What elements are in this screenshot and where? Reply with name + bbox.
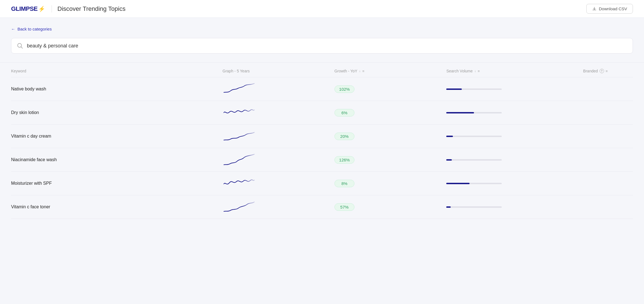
table-row: Native body wash 102% <box>11 77 633 101</box>
table-row: Vitamin c day cream 20% <box>11 125 633 148</box>
growth-badge: 57% <box>334 203 354 211</box>
table-row: Vitamin c face toner 57% <box>11 195 633 219</box>
cell-volume <box>446 77 583 101</box>
cell-growth: 57% <box>334 195 447 219</box>
back-label: Back to categories <box>17 27 52 31</box>
cell-branded <box>583 125 633 148</box>
cell-volume <box>446 172 583 195</box>
volume-bar-fill <box>446 159 452 161</box>
cell-graph <box>222 125 334 148</box>
volume-filter-icon[interactable]: ≡ <box>478 69 480 73</box>
download-csv-button[interactable]: Download CSV <box>586 4 633 14</box>
growth-filter-icon[interactable]: ≡ <box>362 69 364 73</box>
table-body: Native body wash 102% Dry skin lotion <box>11 77 633 219</box>
download-icon <box>592 7 597 11</box>
back-arrow-icon: ← <box>11 27 15 31</box>
growth-badge: 102% <box>334 85 354 93</box>
cell-branded <box>583 172 633 195</box>
search-input[interactable] <box>27 43 627 49</box>
branded-filter-icon[interactable]: ≡ <box>606 69 608 73</box>
logo: GLIMPSE⚡ <box>11 5 45 12</box>
col-branded-label: Branded <box>583 69 598 73</box>
volume-bar-fill <box>446 112 474 113</box>
col-header-graph: Graph - 5 Years <box>222 65 334 77</box>
col-volume-label: Search Volume <box>446 69 473 73</box>
cell-keyword: Vitamin c day cream <box>11 125 222 148</box>
volume-sort-icon[interactable]: ↓ <box>474 69 476 73</box>
cell-branded <box>583 195 633 219</box>
cell-graph <box>222 172 334 195</box>
growth-badge: 8% <box>334 180 354 187</box>
search-bar <box>11 38 633 54</box>
cell-volume <box>446 125 583 148</box>
cell-keyword: Vitamin c face toner <box>11 195 222 219</box>
col-graph-label: Graph - 5 Years <box>222 69 250 73</box>
logo-icon: ⚡ <box>38 6 45 12</box>
volume-bar-background <box>446 183 502 184</box>
back-to-categories-link[interactable]: ← Back to categories <box>11 27 52 31</box>
volume-bar <box>446 88 502 90</box>
growth-badge: 126% <box>334 156 354 164</box>
volume-bar-fill <box>446 183 470 184</box>
cell-volume <box>446 148 583 172</box>
logo-text: GLIMPSE <box>11 5 38 12</box>
col-header-keyword: Keyword <box>11 65 222 77</box>
cell-graph <box>222 195 334 219</box>
cell-growth: 126% <box>334 148 447 172</box>
cell-growth: 20% <box>334 125 447 148</box>
growth-badge: 20% <box>334 133 354 140</box>
cell-keyword: Moisturizer with SPF <box>11 172 222 195</box>
col-header-volume: Search Volume ↓ ≡ <box>446 65 583 77</box>
download-label: Download CSV <box>599 6 627 11</box>
volume-bar-background <box>446 88 502 90</box>
volume-bar <box>446 136 502 137</box>
col-header-growth: Growth - YoY ↓ ≡ <box>334 65 447 77</box>
volume-bar <box>446 206 502 208</box>
volume-bar-fill <box>446 206 451 208</box>
cell-graph <box>222 148 334 172</box>
cell-graph <box>222 101 334 125</box>
cell-growth: 102% <box>334 77 447 101</box>
growth-badge: 6% <box>334 109 354 116</box>
search-icon <box>17 43 23 49</box>
volume-bar-background <box>446 136 502 137</box>
cell-growth: 8% <box>334 172 447 195</box>
cell-keyword: Native body wash <box>11 77 222 101</box>
cell-keyword: Niacinamide face wash <box>11 148 222 172</box>
cell-branded <box>583 148 633 172</box>
table-row: Moisturizer with SPF 8% <box>11 172 633 195</box>
table-row: Dry skin lotion 6% <box>11 101 633 125</box>
table-row: Niacinamide face wash 126% <box>11 148 633 172</box>
volume-bar-fill <box>446 136 453 137</box>
divider <box>0 62 644 63</box>
col-growth-label: Growth - YoY <box>334 69 358 73</box>
svg-line-1 <box>21 47 23 49</box>
cell-growth: 6% <box>334 101 447 125</box>
header: GLIMPSE⚡ Discover Trending Topics Downlo… <box>0 0 644 18</box>
volume-bar-fill <box>446 88 462 90</box>
volume-bar <box>446 159 502 161</box>
volume-bar <box>446 112 502 113</box>
col-keyword-label: Keyword <box>11 69 26 73</box>
table-header: Keyword Graph - 5 Years Growth - YoY ↓ ≡… <box>11 65 633 77</box>
header-left: GLIMPSE⚡ Discover Trending Topics <box>11 5 125 12</box>
results-table: Keyword Graph - 5 Years Growth - YoY ↓ ≡… <box>11 65 633 219</box>
volume-bar-background <box>446 112 502 113</box>
cell-graph <box>222 77 334 101</box>
col-header-branded: Branded ? ≡ <box>583 65 633 77</box>
page-title: Discover Trending Topics <box>52 5 125 12</box>
branded-help-icon[interactable]: ? <box>600 69 604 73</box>
cell-volume <box>446 101 583 125</box>
cell-keyword: Dry skin lotion <box>11 101 222 125</box>
volume-bar-background <box>446 159 502 161</box>
growth-sort-icon[interactable]: ↓ <box>359 69 361 73</box>
cell-branded <box>583 77 633 101</box>
volume-bar <box>446 183 502 184</box>
cell-volume <box>446 195 583 219</box>
cell-branded <box>583 101 633 125</box>
volume-bar-background <box>446 206 502 208</box>
main-content: ← Back to categories Keyword Graph - 5 Y… <box>0 18 644 228</box>
